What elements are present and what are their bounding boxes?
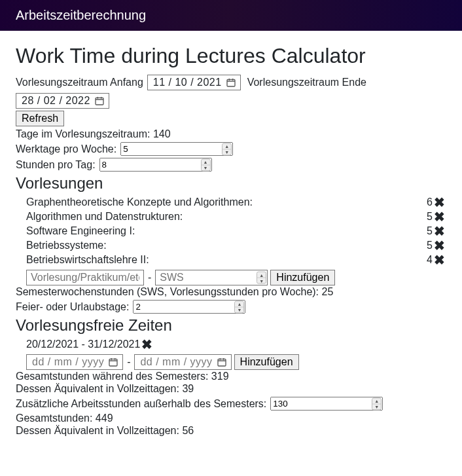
lecture-name: Algorithmen und Datenstrukturen: — [26, 211, 183, 223]
svg-rect-3 — [218, 359, 226, 366]
remove-icon[interactable]: ✖ — [433, 239, 446, 252]
lecture-name: Betriebssysteme: — [26, 240, 107, 251]
svg-rect-0 — [227, 79, 235, 86]
lecture-row: Betriebssysteme:5✖ — [26, 238, 446, 253]
free-from-input[interactable]: dd / mm / yyyy — [26, 354, 123, 370]
days-in-period-label: Tage im Vorlesungszeitraum: — [16, 128, 150, 139]
period-start-value: 11 / 10 / 2021 — [153, 77, 222, 88]
period-end-input[interactable]: 28 / 02 / 2022 — [16, 93, 109, 109]
extra-hours-input[interactable] — [270, 397, 383, 411]
lectures-list: Graphentheoretische Konzepte und Algorit… — [16, 195, 446, 267]
lectures-heading: Vorlesungen — [16, 174, 446, 192]
svg-rect-1 — [96, 98, 103, 105]
dash-separator: - — [127, 356, 130, 368]
remove-icon[interactable]: ✖ — [433, 196, 446, 209]
free-periods-list: 20/12/2021 - 31/12/2021✖ — [16, 337, 446, 352]
period-row: Vorlesungszeitraum Anfang 11 / 10 / 2021… — [16, 75, 446, 109]
semester-days-eq-value: 39 — [182, 383, 194, 394]
total-hours-label: Gesamtstunden: — [16, 412, 92, 424]
main-content: Work Time during Lectures Calculator Vor… — [0, 31, 462, 450]
semester-days-eq-label: Dessen Äquivalent in Vollzeittagen: — [16, 383, 179, 394]
semester-hours-value: 319 — [211, 371, 229, 382]
total-days-eq: Dessen Äquivalent in Vollzeittagen: 56 — [16, 425, 446, 437]
remove-icon[interactable]: ✖ — [140, 338, 154, 351]
free-to-input[interactable]: dd / mm / yyyy — [134, 354, 231, 370]
calendar-icon — [217, 357, 227, 367]
hours-per-day-label: Stunden pro Tag: — [16, 159, 96, 171]
sws-total-label: Semesterwochenstunden (SWS, Vorlesungsst… — [16, 286, 319, 297]
add-free-button[interactable]: Hinzufügen — [234, 354, 299, 370]
lecture-name: Graphentheoretische Konzepte und Algorit… — [26, 196, 253, 208]
lecture-row: Betriebswirtschaftslehre II:4✖ — [26, 253, 446, 267]
hours-per-day-input[interactable] — [99, 158, 212, 172]
workdays-label: Werktage pro Woche: — [16, 143, 116, 155]
lecture-sws-input[interactable] — [155, 270, 268, 285]
free-period-range: 20/12/2021 - 31/12/2021 — [26, 339, 140, 350]
period-end-label: Vorlesungszeitraum Ende — [247, 77, 366, 88]
spinner-icon[interactable]: ▲▼ — [257, 272, 266, 284]
refresh-button[interactable]: Refresh — [16, 111, 64, 126]
lecture-name: Software Engineering I: — [26, 225, 135, 237]
spinner-icon[interactable]: ▲▼ — [234, 301, 244, 313]
lecture-sws: 6 — [427, 196, 433, 208]
lecture-name-input[interactable] — [26, 270, 144, 285]
calendar-icon — [226, 77, 236, 88]
sws-total-value: 25 — [322, 286, 334, 297]
navbar: Arbeitszeitberechnung — [0, 0, 462, 31]
semester-hours-label: Gesamtstunden während des Semesters: — [16, 371, 208, 382]
period-end-value: 28 / 02 / 2022 — [22, 95, 90, 107]
brand[interactable]: Arbeitszeitberechnung — [16, 8, 146, 22]
total-days-eq-value: 56 — [182, 425, 194, 436]
sws-total: Semesterwochenstunden (SWS, Vorlesungsst… — [16, 286, 446, 298]
total-days-eq-label: Dessen Äquivalent in Vollzeittagen: — [16, 425, 179, 436]
lecture-name: Betriebswirtschaftslehre II: — [26, 254, 149, 266]
period-start-input[interactable]: 11 / 10 / 2021 — [147, 75, 241, 90]
remove-icon[interactable]: ✖ — [433, 225, 446, 238]
days-in-period: Tage im Vorlesungszeitraum: 140 — [16, 128, 446, 140]
days-in-period-value: 140 — [153, 128, 171, 139]
spinner-icon[interactable]: ▲▼ — [222, 143, 232, 155]
page-title: Work Time during Lectures Calculator — [16, 44, 446, 68]
lecture-sws: 5 — [427, 225, 433, 237]
lecture-sws: 4 — [427, 254, 433, 266]
free-to-placeholder: dd / mm / yyyy — [140, 356, 212, 368]
holidays-label: Feier- oder Urlaubstage: — [16, 301, 129, 313]
calendar-icon — [108, 357, 118, 367]
period-start-label: Vorlesungszeitraum Anfang — [16, 77, 143, 88]
svg-rect-2 — [109, 359, 117, 366]
total-hours-value: 449 — [96, 412, 113, 424]
lecture-sws: 5 — [427, 240, 433, 251]
spinner-icon[interactable]: ▲▼ — [201, 158, 211, 171]
add-lecture-button[interactable]: Hinzufügen — [270, 270, 335, 285]
dash-separator: - — [148, 272, 151, 284]
workdays-input[interactable] — [120, 142, 233, 156]
remove-icon[interactable]: ✖ — [433, 253, 446, 266]
free-from-placeholder: dd / mm / yyyy — [32, 356, 104, 368]
lecture-row: Software Engineering I:5✖ — [26, 224, 446, 238]
spinner-icon[interactable]: ▲▼ — [372, 397, 382, 410]
lecture-sws: 5 — [427, 211, 433, 223]
remove-icon[interactable]: ✖ — [433, 210, 446, 223]
free-heading: Vorlesungsfreie Zeiten — [16, 316, 446, 335]
semester-days-eq: Dessen Äquivalent in Vollzeittagen: 39 — [16, 383, 446, 395]
holidays-input[interactable] — [133, 300, 245, 314]
lecture-row: Graphentheoretische Konzepte und Algorit… — [26, 195, 446, 210]
free-period-row: 20/12/2021 - 31/12/2021✖ — [26, 337, 446, 352]
lecture-row: Algorithmen und Datenstrukturen:5✖ — [26, 210, 446, 224]
calendar-icon — [94, 96, 105, 106]
extra-hours-label: Zusätzliche Arbeitsstunden außerhalb des… — [16, 398, 266, 410]
total-hours: Gesamtstunden: 449 — [16, 412, 446, 424]
semester-hours: Gesamtstunden während des Semesters: 319 — [16, 371, 446, 382]
